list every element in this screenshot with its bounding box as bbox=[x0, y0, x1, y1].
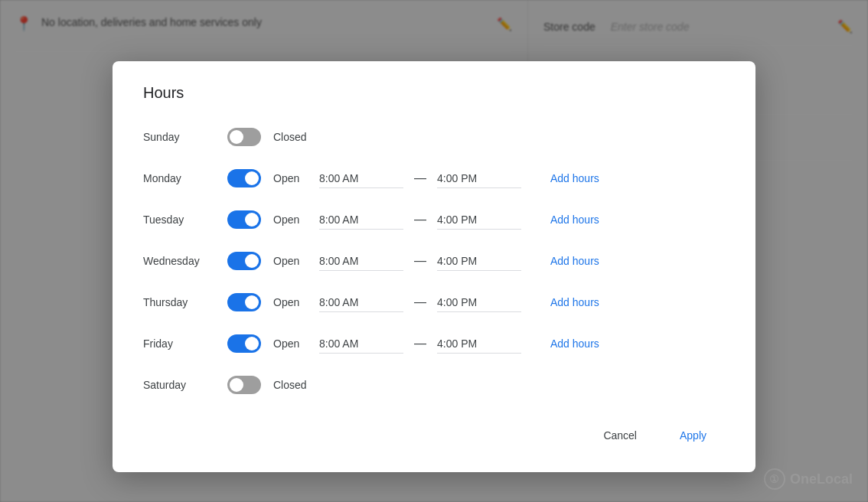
close-time-input-friday[interactable] bbox=[437, 334, 521, 354]
day-row-tuesday: TuesdayOpen—Add hours bbox=[143, 206, 725, 233]
close-time-field-monday bbox=[437, 169, 521, 188]
day-row-sunday: SundayClosed bbox=[143, 123, 725, 151]
open-time-field-wednesday bbox=[319, 252, 403, 271]
open-closed-label-tuesday: Open bbox=[273, 214, 319, 226]
day-row-wednesday: WednesdayOpen—Add hours bbox=[143, 247, 725, 275]
day-row-monday: MondayOpen—Add hours bbox=[143, 165, 725, 192]
toggle-container-friday bbox=[227, 334, 261, 353]
close-time-field-tuesday bbox=[437, 210, 521, 230]
close-time-input-tuesday[interactable] bbox=[437, 210, 521, 230]
toggle-container-monday bbox=[227, 169, 261, 187]
add-hours-button-thursday[interactable]: Add hours bbox=[544, 293, 605, 311]
day-row-friday: FridayOpen—Add hours bbox=[143, 330, 725, 357]
close-time-field-wednesday bbox=[437, 252, 521, 271]
open-closed-label-sunday: Closed bbox=[273, 131, 319, 143]
time-separator-friday: — bbox=[414, 337, 426, 350]
open-time-input-wednesday[interactable] bbox=[319, 252, 403, 271]
open-closed-label-thursday: Open bbox=[273, 296, 319, 308]
toggle-tuesday[interactable] bbox=[227, 210, 261, 229]
apply-button[interactable]: Apply bbox=[661, 422, 725, 449]
close-time-input-thursday[interactable] bbox=[437, 293, 521, 312]
open-closed-label-monday: Open bbox=[273, 172, 319, 184]
toggle-monday[interactable] bbox=[227, 169, 261, 187]
cancel-button[interactable]: Cancel bbox=[585, 422, 655, 449]
add-hours-button-friday[interactable]: Add hours bbox=[544, 334, 605, 353]
day-row-thursday: ThursdayOpen—Add hours bbox=[143, 288, 725, 316]
open-closed-label-saturday: Closed bbox=[273, 379, 319, 391]
modal-footer: Cancel Apply bbox=[143, 422, 725, 449]
add-hours-button-monday[interactable]: Add hours bbox=[544, 169, 605, 187]
open-time-field-friday bbox=[319, 334, 403, 354]
day-label-saturday: Saturday bbox=[143, 379, 227, 391]
toggle-container-tuesday bbox=[227, 210, 261, 229]
toggle-saturday[interactable] bbox=[227, 376, 261, 394]
open-time-field-tuesday bbox=[319, 210, 403, 230]
open-time-input-thursday[interactable] bbox=[319, 293, 403, 312]
open-time-field-thursday bbox=[319, 293, 403, 312]
day-label-thursday: Thursday bbox=[143, 296, 227, 308]
modal-title: Hours bbox=[143, 84, 725, 102]
time-separator-thursday: — bbox=[414, 295, 426, 309]
toggle-container-wednesday bbox=[227, 252, 261, 270]
add-hours-button-tuesday[interactable]: Add hours bbox=[544, 210, 605, 229]
time-separator-monday: — bbox=[414, 171, 426, 185]
time-separator-tuesday: — bbox=[414, 213, 426, 227]
close-time-field-thursday bbox=[437, 293, 521, 312]
day-label-sunday: Sunday bbox=[143, 131, 227, 143]
close-time-field-friday bbox=[437, 334, 521, 354]
hours-modal: Hours SundayClosedMondayOpen—Add hoursTu… bbox=[113, 61, 755, 472]
close-time-input-monday[interactable] bbox=[437, 169, 521, 188]
toggle-sunday[interactable] bbox=[227, 128, 261, 146]
day-label-monday: Monday bbox=[143, 172, 227, 184]
toggle-friday[interactable] bbox=[227, 334, 261, 353]
toggle-wednesday[interactable] bbox=[227, 252, 261, 270]
close-time-input-wednesday[interactable] bbox=[437, 252, 521, 271]
open-time-input-monday[interactable] bbox=[319, 169, 403, 188]
toggle-container-thursday bbox=[227, 293, 261, 311]
open-closed-label-friday: Open bbox=[273, 337, 319, 350]
toggle-container-sunday bbox=[227, 128, 261, 146]
day-label-friday: Friday bbox=[143, 337, 227, 350]
day-row-saturday: SaturdayClosed bbox=[143, 371, 725, 399]
open-time-input-friday[interactable] bbox=[319, 334, 403, 354]
open-closed-label-wednesday: Open bbox=[273, 255, 319, 267]
time-separator-wednesday: — bbox=[414, 254, 426, 268]
day-label-wednesday: Wednesday bbox=[143, 255, 227, 267]
add-hours-button-wednesday[interactable]: Add hours bbox=[544, 252, 605, 270]
open-time-field-monday bbox=[319, 169, 403, 188]
toggle-thursday[interactable] bbox=[227, 293, 261, 311]
day-label-tuesday: Tuesday bbox=[143, 214, 227, 226]
days-container: SundayClosedMondayOpen—Add hoursTuesdayO… bbox=[143, 123, 725, 399]
open-time-input-tuesday[interactable] bbox=[319, 210, 403, 230]
toggle-container-saturday bbox=[227, 376, 261, 394]
